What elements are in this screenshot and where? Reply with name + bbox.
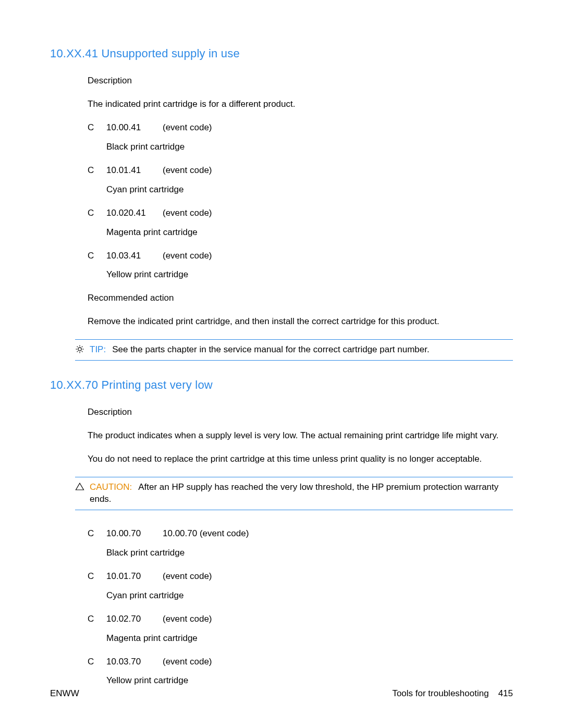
list-bullet: C <box>88 250 97 262</box>
tip-text-wrap: TIP:See the parts chapter in the service… <box>90 344 513 356</box>
list-item: C 10.03.41 (event code) Yellow print car… <box>88 250 513 281</box>
section1-body: Description The indicated print cartridg… <box>88 75 513 328</box>
section1-description-text: The indicated print cartridge is for a d… <box>88 98 513 110</box>
section1-recommended-text: Remove the indicated print cartridge, an… <box>88 316 513 328</box>
tip-icon <box>75 344 84 354</box>
tip-text: See the parts chapter in the service man… <box>112 344 430 354</box>
list-code: 10.00.41 <box>106 122 153 134</box>
caution-callout-block: CAUTION:After an HP supply has reached t… <box>75 477 513 510</box>
list-event-code: (event code) <box>163 250 212 262</box>
svg-line-6 <box>82 351 83 352</box>
list-desc: Cyan print cartridge <box>106 590 513 602</box>
list-item: C 10.020.41 (event code) Magenta print c… <box>88 207 513 239</box>
list-bullet: C <box>88 528 97 540</box>
svg-line-5 <box>77 347 78 348</box>
list-event-code: (event code) <box>163 122 212 134</box>
tip-label: TIP: <box>90 344 106 354</box>
list-code: 10.01.41 <box>106 165 153 177</box>
list-event-code: 10.00.70 (event code) <box>163 528 249 540</box>
tip-callout: TIP:See the parts chapter in the service… <box>75 339 513 361</box>
svg-line-8 <box>82 347 83 348</box>
list-item: C 10.00.70 10.00.70 (event code) Black p… <box>88 528 513 559</box>
caution-callout: CAUTION:After an HP supply has reached t… <box>75 477 513 510</box>
list-code: 10.02.70 <box>106 613 153 625</box>
list-event-code: (event code) <box>163 165 212 177</box>
list-desc: Black print cartridge <box>106 547 513 559</box>
footer-left: ENWW <box>50 688 79 699</box>
list-code: 10.01.70 <box>106 571 153 583</box>
section1-recommended-label: Recommended action <box>88 292 513 304</box>
list-item: C 10.01.41 (event code) Cyan print cartr… <box>88 165 513 196</box>
caution-text: After an HP supply has reached the very … <box>90 482 498 504</box>
section-heading-unsupported-supply: 10.XX.41 Unsupported supply in use <box>50 47 513 60</box>
section2-list-block: C 10.00.70 10.00.70 (event code) Black p… <box>88 528 513 687</box>
list-desc: Yellow print cartridge <box>106 269 513 281</box>
list-bullet: C <box>88 613 97 625</box>
list-bullet: C <box>88 207 97 219</box>
list-event-code: (event code) <box>163 613 212 625</box>
section-heading-printing-past-very-low: 10.XX.70 Printing past very low <box>50 378 513 392</box>
section1-description-label: Description <box>88 75 513 87</box>
svg-line-7 <box>77 351 78 352</box>
section2-description-text1: The product indicates when a supply leve… <box>88 430 513 442</box>
svg-marker-9 <box>76 483 84 490</box>
list-desc: Magenta print cartridge <box>106 633 513 645</box>
list-event-code: (event code) <box>163 656 212 668</box>
caution-label: CAUTION: <box>90 482 132 492</box>
list-code: 10.03.70 <box>106 656 153 668</box>
list-desc: Yellow print cartridge <box>106 675 513 687</box>
list-bullet: C <box>88 122 97 134</box>
list-desc: Magenta print cartridge <box>106 227 513 239</box>
list-event-code: (event code) <box>163 207 212 219</box>
page-footer: ENWW Tools for troubleshooting 415 <box>50 688 513 699</box>
list-item: C 10.01.70 (event code) Cyan print cartr… <box>88 571 513 602</box>
list-item: C 10.00.41 (event code) Black print cart… <box>88 122 513 153</box>
caution-icon <box>75 482 84 491</box>
list-item: C 10.03.70 (event code) Yellow print car… <box>88 656 513 687</box>
section2-list: C 10.00.70 10.00.70 (event code) Black p… <box>88 528 513 687</box>
list-code: 10.00.70 <box>106 528 153 540</box>
list-desc: Cyan print cartridge <box>106 184 513 196</box>
list-desc: Black print cartridge <box>106 141 513 153</box>
list-code: 10.03.41 <box>106 250 153 262</box>
footer-section-title: Tools for troubleshooting <box>392 688 488 699</box>
section1-list: C 10.00.41 (event code) Black print cart… <box>88 122 513 281</box>
list-event-code: (event code) <box>163 571 212 583</box>
list-item: C 10.02.70 (event code) Magenta print ca… <box>88 613 513 645</box>
section2-description-text2: You do not need to replace the print car… <box>88 453 513 465</box>
section2-body: Description The product indicates when a… <box>88 406 513 465</box>
list-bullet: C <box>88 571 97 583</box>
document-page: 10.XX.41 Unsupported supply in use Descr… <box>0 0 563 728</box>
svg-point-0 <box>78 348 81 351</box>
tip-callout-block: TIP:See the parts chapter in the service… <box>75 339 513 361</box>
section2-description-label: Description <box>88 406 513 418</box>
list-bullet: C <box>88 656 97 668</box>
list-code: 10.020.41 <box>106 207 153 219</box>
caution-text-wrap: CAUTION:After an HP supply has reached t… <box>90 482 513 505</box>
footer-right: Tools for troubleshooting 415 <box>392 688 513 699</box>
footer-page-number: 415 <box>498 688 513 699</box>
list-bullet: C <box>88 165 97 177</box>
